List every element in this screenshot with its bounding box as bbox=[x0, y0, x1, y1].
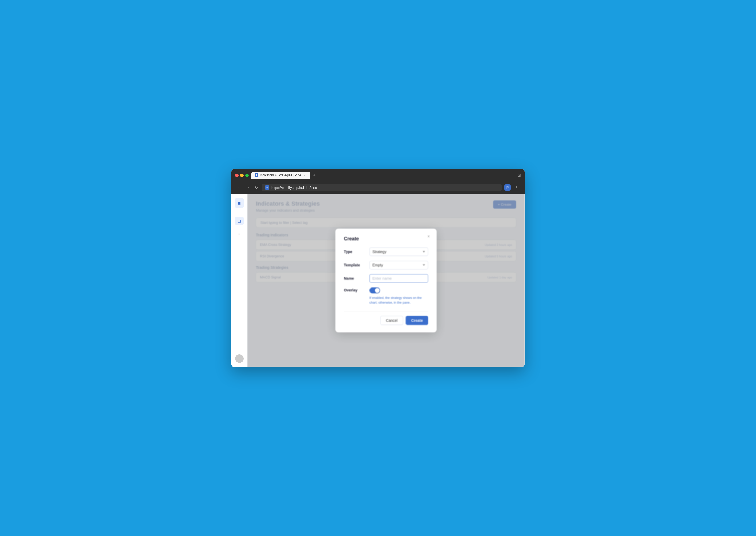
refresh-btn[interactable]: ↻ bbox=[253, 184, 260, 191]
cancel-button[interactable]: Cancel bbox=[380, 316, 403, 325]
template-label: Template bbox=[344, 261, 365, 267]
type-label: Type bbox=[344, 248, 365, 254]
overlay-toggle[interactable] bbox=[370, 287, 380, 293]
sidebar-divider bbox=[235, 212, 243, 212]
minimize-window-btn[interactable] bbox=[240, 174, 244, 177]
tab-bar: P Indicators & Strategies | Pine × + bbox=[251, 172, 515, 179]
logo-icon: ▣ bbox=[237, 201, 241, 206]
tab-favicon-icon: P bbox=[255, 173, 258, 177]
modal-overlay: Create × Type Indicator Strategy bbox=[247, 194, 524, 367]
name-label: Name bbox=[344, 274, 365, 281]
back-btn[interactable]: ← bbox=[236, 184, 242, 191]
type-control: Indicator Strategy bbox=[370, 248, 428, 256]
browser-window: P Indicators & Strategies | Pine × + ⊡ ←… bbox=[232, 169, 524, 367]
sidebar-item-settings[interactable]: ≡ bbox=[235, 229, 244, 238]
overlay-label: Overlay bbox=[344, 287, 365, 292]
address-bar[interactable]: P https://pineify.app/builder/inds bbox=[262, 184, 502, 191]
window-expand-icon[interactable]: ⊡ bbox=[518, 173, 521, 178]
close-window-btn[interactable] bbox=[235, 174, 238, 177]
forward-btn[interactable]: → bbox=[245, 184, 251, 191]
url-text: https://pineify.app/builder/inds bbox=[271, 186, 317, 190]
new-tab-btn[interactable]: + bbox=[312, 173, 317, 178]
name-control bbox=[370, 274, 428, 283]
extension-icon[interactable]: P bbox=[504, 184, 511, 191]
create-submit-button[interactable]: Create bbox=[406, 316, 428, 325]
modal-title: Create bbox=[344, 236, 428, 242]
menu-btn[interactable]: ⋮ bbox=[514, 184, 520, 191]
maximize-window-btn[interactable] bbox=[245, 174, 249, 177]
traffic-lights bbox=[235, 174, 249, 177]
toggle-knob bbox=[375, 288, 379, 293]
titlebar: P Indicators & Strategies | Pine × + ⊡ bbox=[235, 172, 521, 182]
name-row: Name bbox=[344, 274, 428, 283]
browser-chrome: P Indicators & Strategies | Pine × + ⊡ ←… bbox=[232, 169, 524, 194]
avatar[interactable] bbox=[235, 354, 244, 363]
browser-controls: ← → ↻ P https://pineify.app/builder/inds… bbox=[235, 182, 521, 194]
modal-footer: Cancel Create bbox=[344, 312, 428, 325]
active-tab[interactable]: P Indicators & Strategies | Pine × bbox=[251, 172, 310, 179]
page-content: ▣ ◫ ≡ Indicators & Strategies Manage you… bbox=[232, 194, 524, 367]
tab-title: Indicators & Strategies | Pine bbox=[260, 173, 301, 177]
sidebar-logo: ▣ bbox=[234, 198, 244, 208]
name-input[interactable] bbox=[370, 274, 428, 283]
overlay-row: Overlay If enabled, the strategy shows o… bbox=[344, 287, 428, 305]
create-modal: Create × Type Indicator Strategy bbox=[335, 229, 437, 332]
main-area: Indicators & Strategies Manage your indi… bbox=[247, 194, 524, 367]
overlay-content: If enabled, the strategy shows on the ch… bbox=[370, 287, 428, 305]
template-select[interactable]: Empty Blank bbox=[370, 261, 428, 269]
overlay-hint: If enabled, the strategy shows on the ch… bbox=[370, 295, 428, 305]
modal-close-btn[interactable]: × bbox=[425, 233, 432, 240]
sidebar-item-indicators[interactable]: ◫ bbox=[235, 217, 244, 225]
type-select[interactable]: Indicator Strategy bbox=[370, 248, 428, 256]
template-row: Template Empty Blank bbox=[344, 261, 428, 269]
sidebar: ▣ ◫ ≡ bbox=[232, 194, 247, 367]
type-row: Type Indicator Strategy bbox=[344, 248, 428, 256]
tab-close-btn[interactable]: × bbox=[303, 173, 307, 178]
browser-actions: P ⋮ bbox=[504, 184, 520, 191]
template-control: Empty Blank bbox=[370, 261, 428, 269]
address-favicon-icon: P bbox=[265, 185, 269, 190]
